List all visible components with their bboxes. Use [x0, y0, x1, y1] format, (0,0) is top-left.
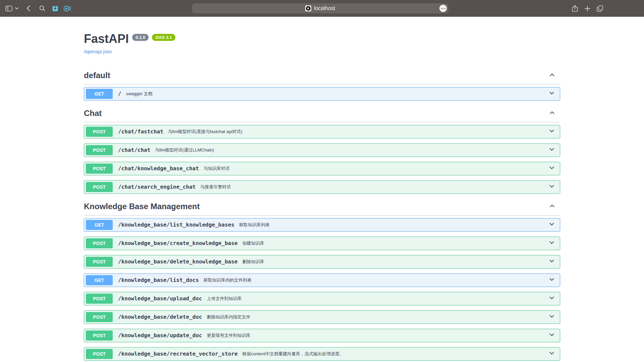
chevron-down-icon[interactable] [548, 146, 555, 154]
endpoint-path: /chat/fastchat [118, 128, 163, 135]
api-section: Knowledge Base Management GET /knowledge… [84, 199, 560, 361]
chevron-down-icon[interactable] [548, 221, 555, 229]
chevron-down-icon[interactable] [548, 165, 555, 173]
endpoint-row[interactable]: POST /knowledge_base/delete_doc 删除知识库内指定… [84, 310, 560, 324]
swagger-wrapper: FastAPI 0.1.0 OAS 3.1 /openapi.json defa… [77, 17, 567, 361]
method-badge: GET [86, 220, 113, 230]
endpoint-path: / [118, 90, 121, 97]
chevron-up-icon[interactable] [549, 109, 555, 117]
method-badge: POST [86, 330, 113, 341]
chevron-down-icon[interactable] [548, 258, 555, 266]
chevron-down-icon[interactable] [548, 276, 555, 284]
section-header[interactable]: default [84, 68, 560, 84]
address-content: localhost [305, 5, 335, 11]
endpoint-path: /chat/chat [118, 147, 150, 153]
endpoint-row[interactable]: POST /knowledge_base/create_knowledge_ba… [84, 237, 560, 250]
endpoint-path: /knowledge_base/delete_doc [118, 314, 202, 320]
section-endpoints: GET /knowledge_base/list_knowledge_bases… [84, 216, 560, 361]
chevron-down-icon[interactable] [548, 331, 555, 340]
chevron-down-icon[interactable] [548, 313, 555, 321]
endpoint-row[interactable]: POST /knowledge_base/update_doc 更新现有文件到知… [84, 329, 560, 342]
version-badge: 0.1.0 [132, 34, 149, 41]
sidebar-icon[interactable] [5, 4, 13, 12]
chevron-up-icon[interactable] [549, 71, 555, 79]
tabs-icon[interactable] [596, 4, 604, 12]
toolbar-left-group [0, 4, 71, 12]
section-header[interactable]: Chat [84, 106, 560, 122]
method-badge: POST [86, 294, 113, 304]
endpoint-description: 删除知识库内指定文件 [207, 314, 250, 320]
endpoint-description: 创建知识库 [242, 240, 264, 246]
section-endpoints: GET / swagger 文档 [84, 84, 560, 101]
endpoint-row[interactable]: GET / swagger 文档 [84, 87, 560, 101]
method-badge: POST [86, 257, 113, 267]
chevron-down-icon[interactable] [548, 90, 555, 98]
endpoint-description: 删除知识库 [242, 259, 264, 265]
page-content: FastAPI 0.1.0 OAS 3.1 /openapi.json defa… [0, 17, 644, 362]
ellipsis-icon[interactable] [439, 5, 447, 12]
toolbar-right-group [571, 0, 604, 17]
endpoint-path: /knowledge_base/list_docs [118, 277, 199, 283]
endpoint-path: /knowledge_base/list_knowledge_bases [118, 222, 234, 228]
endpoint-description: 与知识库对话 [204, 166, 230, 172]
endpoint-description: 获取知识库列表 [239, 222, 270, 228]
endpoint-row[interactable]: GET /knowledge_base/list_docs 获取知识库内的文件列… [84, 274, 560, 287]
endpoint-row[interactable]: POST /chat/fastchat 与llm模型对话(直接与fastchat… [84, 125, 560, 138]
endpoint-description: 与llm模型对话(通过LLMChain) [155, 147, 214, 153]
endpoint-row[interactable]: POST /knowledge_base/upload_doc 上传文件到知识库 [84, 292, 560, 305]
api-title: FastAPI [84, 32, 129, 46]
endpoint-row[interactable]: GET /knowledge_base/list_knowledge_bases… [84, 218, 560, 232]
method-badge: GET [86, 275, 113, 285]
section-title: Knowledge Base Management [84, 202, 200, 211]
browser-toolbar: localhost [0, 0, 644, 17]
endpoint-description: swagger 文档 [126, 91, 153, 97]
api-info: FastAPI 0.1.0 OAS 3.1 /openapi.json [84, 32, 560, 55]
endpoint-description: 上传文件到知识库 [207, 296, 241, 302]
method-badge: POST [86, 238, 113, 248]
method-badge: POST [86, 312, 113, 322]
method-badge: POST [86, 127, 113, 137]
chevron-down-icon[interactable] [14, 4, 19, 12]
method-badge: POST [86, 182, 113, 192]
endpoint-path: /chat/search_engine_chat [118, 184, 196, 190]
section-header[interactable]: Knowledge Base Management [84, 199, 560, 216]
endpoint-description: 根据content中文档重建向量库，流式输出处理进度。 [242, 351, 344, 357]
chevron-down-icon[interactable] [548, 295, 555, 303]
share-icon[interactable] [571, 4, 579, 12]
endpoint-description: 与llm模型对话(直接与fastchat api对话) [168, 129, 243, 135]
chevron-down-icon[interactable] [548, 350, 555, 358]
section-endpoints: POST /chat/fastchat 与llm模型对话(直接与fastchat… [84, 122, 560, 194]
address-bar[interactable]: localhost [192, 3, 448, 13]
endpoint-row[interactable]: POST /chat/knowledge_base_chat 与知识库对话 [84, 162, 560, 175]
chevron-down-icon[interactable] [548, 128, 555, 136]
endpoint-path: /knowledge_base/delete_knowledge_base [118, 258, 237, 265]
endpoint-path: /knowledge_base/upload_doc [118, 295, 202, 302]
section-title: Chat [84, 109, 102, 118]
method-badge: POST [86, 349, 113, 359]
chevron-down-icon[interactable] [548, 183, 555, 191]
openapi-spec-link[interactable]: /openapi.json [84, 49, 112, 54]
method-badge: GET [86, 89, 113, 99]
endpoint-row[interactable]: POST /chat/chat 与llm模型对话(通过LLMChain) [84, 143, 560, 157]
method-badge: POST [86, 164, 113, 174]
site-favicon [305, 5, 311, 11]
extension-star-icon[interactable] [63, 4, 71, 12]
new-tab-icon[interactable] [583, 4, 591, 12]
endpoint-path: /knowledge_base/recreate_vector_store [118, 351, 237, 357]
chevron-down-icon[interactable] [548, 239, 555, 247]
endpoint-row[interactable]: POST /knowledge_base/recreate_vector_sto… [84, 347, 560, 361]
api-section: Chat POST /chat/fastchat 与llm模型对话(直接与fas… [84, 106, 560, 194]
endpoint-path: /chat/knowledge_base_chat [118, 165, 199, 172]
search-icon[interactable] [38, 4, 46, 12]
chevron-up-icon[interactable] [549, 202, 555, 210]
endpoint-description: 与搜索引擎对话 [200, 184, 231, 190]
oas-badge: OAS 3.1 [152, 34, 175, 41]
endpoint-description: 获取知识库内的文件列表 [204, 277, 252, 283]
sections: default GET / swagger 文档 Chat POST /chat… [84, 68, 560, 361]
endpoint-description: 更新现有文件到知识库 [207, 333, 250, 339]
back-icon[interactable] [24, 4, 32, 12]
extension-shield-icon[interactable] [51, 4, 59, 12]
method-badge: POST [86, 145, 113, 155]
endpoint-row[interactable]: POST /chat/search_engine_chat 与搜索引擎对话 [84, 180, 560, 194]
endpoint-row[interactable]: POST /knowledge_base/delete_knowledge_ba… [84, 255, 560, 268]
